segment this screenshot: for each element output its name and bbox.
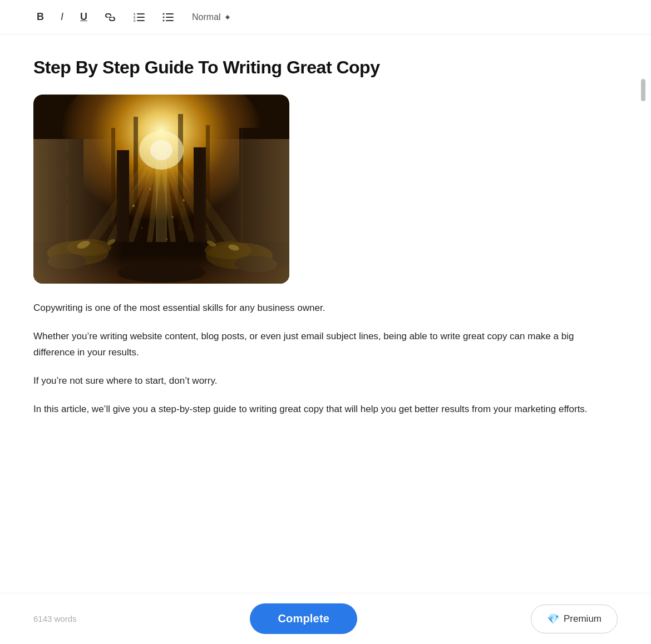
- main-content: Step By Step Guide To Writing Great Copy: [0, 34, 651, 497]
- paragraph-2: Whether you’re writing website content, …: [33, 329, 618, 361]
- premium-button[interactable]: 💎 Premium: [531, 605, 618, 633]
- svg-rect-54: [33, 139, 122, 284]
- paragraph-4: In this article, we’ll give you a step-b…: [33, 402, 618, 418]
- svg-point-49: [117, 262, 206, 283]
- article-body: Copywriting is one of the most essential…: [33, 300, 618, 417]
- unordered-list-button[interactable]: [159, 10, 177, 24]
- svg-point-9: [163, 13, 165, 14]
- svg-point-61: [183, 199, 185, 201]
- bold-button[interactable]: B: [33, 9, 47, 25]
- ordered-list-button[interactable]: 1. 2. 3.: [130, 10, 149, 24]
- paragraph-style-dropdown[interactable]: Normal: [188, 10, 235, 24]
- svg-point-11: [163, 19, 165, 21]
- paragraph-3: If you’re not sure where to start, don’t…: [33, 373, 618, 389]
- paragraph-1: Copywriting is one of the most essential…: [33, 300, 618, 316]
- article-image-container: [33, 95, 618, 284]
- svg-point-63: [166, 239, 168, 240]
- svg-point-62: [141, 227, 142, 229]
- toolbar: B I U 1. 2. 3. Normal: [0, 0, 651, 34]
- svg-point-59: [172, 216, 174, 218]
- complete-button[interactable]: Complete: [250, 603, 357, 634]
- svg-point-10: [163, 16, 165, 18]
- italic-button[interactable]: I: [57, 9, 67, 25]
- svg-text:3.: 3.: [134, 18, 136, 22]
- article-image: [33, 95, 289, 284]
- premium-label: Premium: [564, 613, 601, 625]
- bottom-bar: 6143 words Complete 💎 Premium: [0, 593, 651, 644]
- dropdown-label: Normal: [192, 12, 221, 22]
- svg-point-57: [150, 140, 172, 160]
- word-count: 6143 words: [33, 614, 77, 623]
- link-button[interactable]: [101, 11, 120, 23]
- forest-illustration: [33, 95, 289, 284]
- article-title: Step By Step Guide To Writing Great Copy: [33, 57, 618, 78]
- diamond-icon: 💎: [547, 613, 559, 625]
- svg-point-60: [150, 189, 151, 190]
- scrollbar[interactable]: [641, 79, 645, 101]
- svg-rect-55: [200, 139, 289, 284]
- underline-button[interactable]: U: [77, 9, 91, 25]
- svg-point-58: [132, 205, 135, 207]
